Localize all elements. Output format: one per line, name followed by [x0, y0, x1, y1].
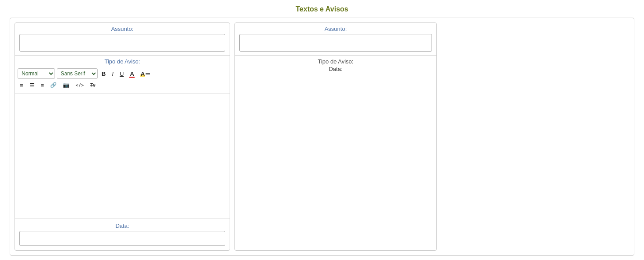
right-tipo-aviso-label: Tipo de Aviso:	[241, 58, 430, 65]
color-indicator	[129, 77, 135, 78]
code-button[interactable]: </>	[73, 80, 86, 90]
right-assunto-label: Assunto:	[235, 23, 436, 34]
left-assunto-label: Assunto:	[15, 23, 230, 34]
image-button[interactable]: 📷	[61, 80, 72, 90]
main-container: Assunto: Tipo de Aviso: Normal Heading 1…	[10, 18, 634, 256]
right-panel: Assunto: Tipo de Aviso: Data:	[234, 22, 437, 251]
underline-button[interactable]: U	[117, 68, 126, 79]
left-tipo-aviso-label: Tipo de Aviso:	[15, 56, 230, 67]
italic-button[interactable]: I	[110, 68, 116, 79]
editor-toolbar: Normal Heading 1 Heading 2 Heading 3 San…	[15, 67, 230, 93]
toolbar-row-1: Normal Heading 1 Heading 2 Heading 3 San…	[18, 68, 227, 79]
left-data-section: Data:	[15, 219, 230, 250]
align-button[interactable]: ≡	[39, 80, 47, 90]
left-data-input[interactable]	[19, 231, 225, 246]
right-data-label: Data:	[241, 66, 430, 72]
left-data-label: Data:	[19, 221, 225, 231]
unordered-list-button[interactable]: ☰	[27, 80, 37, 90]
page-title: Textos e Avisos	[0, 5, 644, 13]
font-select[interactable]: Sans Serif Serif Monospace	[57, 68, 98, 79]
left-panel: Assunto: Tipo de Aviso: Normal Heading 1…	[15, 22, 230, 251]
ordered-list-button[interactable]: ≡	[18, 80, 26, 90]
editor-area[interactable]	[15, 93, 230, 219]
left-assunto-input[interactable]	[19, 34, 225, 52]
right-info: Tipo de Aviso: Data:	[235, 56, 436, 75]
text-color-button[interactable]: A	[128, 68, 136, 79]
clear-formatting-button[interactable]: Tx	[88, 80, 97, 90]
highlight-button[interactable]: A	[138, 68, 152, 79]
format-select[interactable]: Normal Heading 1 Heading 2 Heading 3	[18, 68, 55, 79]
right-assunto-input[interactable]	[239, 34, 432, 52]
highlight-line	[146, 73, 150, 74]
toolbar-row-2: ≡ ☰ ≡ 🔗 📷 </>	[18, 80, 227, 90]
bold-button[interactable]: B	[99, 68, 108, 79]
link-button[interactable]: 🔗	[48, 80, 59, 90]
